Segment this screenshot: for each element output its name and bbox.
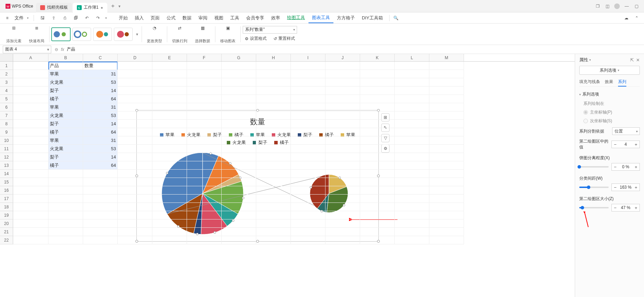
row-header-7[interactable]: 7 bbox=[0, 111, 13, 120]
cell[interactable] bbox=[118, 186, 152, 195]
menu-item-绘图工具[interactable]: 绘图工具 bbox=[284, 13, 308, 23]
cell[interactable] bbox=[118, 145, 152, 153]
preview-icon[interactable]: 🗐 bbox=[72, 14, 80, 22]
redo-icon[interactable]: ↷ bbox=[94, 14, 102, 22]
cell[interactable] bbox=[360, 145, 395, 153]
cell[interactable] bbox=[118, 178, 152, 186]
name-box[interactable]: 图表 4 bbox=[3, 46, 51, 53]
cell[interactable] bbox=[291, 186, 325, 195]
cell[interactable] bbox=[256, 153, 291, 161]
cell[interactable] bbox=[360, 170, 395, 178]
cell[interactable] bbox=[13, 70, 48, 78]
menu-item-图表工具[interactable]: 图表工具 bbox=[308, 13, 333, 23]
cell[interactable] bbox=[429, 211, 464, 219]
cell[interactable] bbox=[256, 211, 291, 219]
row-header-21[interactable]: 21 bbox=[0, 228, 13, 236]
cell[interactable] bbox=[395, 128, 429, 136]
cell[interactable] bbox=[152, 236, 187, 244]
cell[interactable] bbox=[360, 161, 395, 170]
cell[interactable] bbox=[325, 219, 360, 228]
menu-item-公式[interactable]: 公式 bbox=[163, 13, 179, 23]
cell[interactable] bbox=[360, 219, 395, 228]
cell[interactable] bbox=[187, 128, 222, 136]
row-header-5[interactable]: 5 bbox=[0, 95, 13, 103]
cell[interactable] bbox=[395, 95, 429, 103]
cell[interactable] bbox=[256, 219, 291, 228]
col-header-C[interactable]: C bbox=[83, 54, 118, 61]
cell[interactable]: 苹果 bbox=[48, 136, 83, 145]
minimize-button[interactable]: — bbox=[622, 1, 632, 11]
row-header-10[interactable]: 10 bbox=[0, 136, 13, 145]
cell[interactable] bbox=[152, 111, 187, 120]
cell[interactable] bbox=[13, 195, 48, 203]
cell[interactable] bbox=[48, 219, 83, 228]
cell[interactable] bbox=[325, 78, 360, 87]
cell[interactable] bbox=[118, 161, 152, 170]
file-menu[interactable]: 文件 bbox=[15, 15, 24, 21]
cell[interactable] bbox=[13, 178, 48, 186]
cell[interactable] bbox=[256, 170, 291, 178]
avatar-icon[interactable] bbox=[612, 1, 622, 11]
ribbon-switch-rc[interactable]: ⇄ 切换行列 bbox=[169, 25, 190, 44]
cell[interactable] bbox=[222, 203, 256, 211]
cell[interactable] bbox=[429, 236, 464, 244]
cell[interactable] bbox=[360, 178, 395, 186]
col-header-I[interactable]: I bbox=[291, 54, 325, 61]
cell[interactable]: 53 bbox=[83, 145, 118, 153]
cell[interactable] bbox=[152, 178, 187, 186]
cell[interactable] bbox=[118, 153, 152, 161]
cell[interactable] bbox=[222, 111, 256, 120]
new-tab-button[interactable]: ＋ bbox=[110, 2, 116, 10]
cell[interactable] bbox=[13, 111, 48, 120]
cell[interactable] bbox=[118, 219, 152, 228]
cell[interactable]: 14 bbox=[83, 120, 118, 128]
row-header-13[interactable]: 13 bbox=[0, 161, 13, 170]
menu-item-开始[interactable]: 开始 bbox=[115, 13, 131, 23]
secondary-axis-radio[interactable]: 次坐标轴(S) bbox=[583, 118, 640, 124]
cell[interactable] bbox=[291, 145, 325, 153]
menu-item-插入[interactable]: 插入 bbox=[131, 13, 147, 23]
cell[interactable]: 64 bbox=[83, 128, 118, 136]
cell[interactable] bbox=[222, 228, 256, 236]
menu-item-页面[interactable]: 页面 bbox=[147, 13, 163, 23]
cell[interactable] bbox=[256, 70, 291, 78]
menu-item-会员专享[interactable]: 会员专享 bbox=[243, 13, 268, 23]
cell[interactable] bbox=[187, 87, 222, 95]
cell[interactable] bbox=[325, 236, 360, 244]
cube-icon[interactable]: ◫ bbox=[602, 1, 612, 11]
split-by-select[interactable]: 位置 bbox=[612, 127, 640, 135]
cell[interactable] bbox=[291, 136, 325, 145]
cell[interactable] bbox=[118, 120, 152, 128]
col-header-H[interactable]: H bbox=[256, 54, 291, 61]
cell[interactable] bbox=[118, 128, 152, 136]
cell[interactable] bbox=[222, 87, 256, 95]
cell[interactable] bbox=[13, 95, 48, 103]
primary-axis-radio[interactable]: 主坐标轴(P) bbox=[583, 109, 640, 115]
cell[interactable]: 31 bbox=[83, 103, 118, 111]
pin-icon[interactable]: ⇱ bbox=[630, 57, 634, 63]
cell[interactable] bbox=[256, 103, 291, 111]
cell[interactable] bbox=[152, 136, 187, 145]
menu-item-DIY工具箱[interactable]: DIY工具箱 bbox=[358, 13, 386, 23]
cell[interactable] bbox=[429, 153, 464, 161]
cell[interactable]: 橘子 bbox=[48, 128, 83, 136]
cell[interactable] bbox=[13, 136, 48, 145]
gap-value-stepper[interactable]: −163 %+ bbox=[611, 183, 640, 191]
cell[interactable] bbox=[325, 128, 360, 136]
cell[interactable] bbox=[256, 136, 291, 145]
cell[interactable] bbox=[360, 70, 395, 78]
cell[interactable] bbox=[118, 111, 152, 120]
minus-button[interactable]: − bbox=[612, 141, 619, 148]
cell[interactable] bbox=[395, 170, 429, 178]
gap-slider[interactable] bbox=[579, 187, 609, 188]
cell[interactable] bbox=[13, 236, 48, 244]
cell[interactable] bbox=[291, 62, 325, 70]
cell[interactable] bbox=[325, 111, 360, 120]
cell[interactable] bbox=[360, 87, 395, 95]
cell[interactable] bbox=[13, 211, 48, 219]
cell[interactable]: 火龙果 bbox=[48, 145, 83, 153]
cell[interactable]: 梨子 bbox=[48, 87, 83, 95]
cell[interactable] bbox=[152, 62, 187, 70]
cell[interactable] bbox=[360, 128, 395, 136]
row-header-11[interactable]: 11 bbox=[0, 145, 13, 153]
